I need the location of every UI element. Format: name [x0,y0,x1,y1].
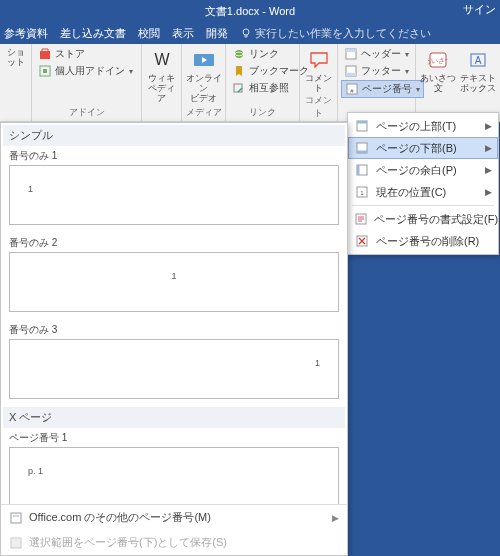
page-bottom-icon [354,140,370,156]
footer-button[interactable]: フッター▾ [341,63,424,79]
tab-view[interactable]: 表示 [172,26,194,41]
svg-rect-32 [11,538,21,548]
gallery-item-label: 番号のみ 3 [3,320,345,339]
office-icon [9,511,23,525]
submenu-arrow-icon: ▶ [485,165,492,175]
page-number-submenu: ページの上部(T) ▶ ページの下部(B) ▶ ページの余白(P) ▶ 1 現在… [347,112,499,255]
wikipedia-icon: W [150,48,174,72]
menu-separator [352,205,494,206]
page-number-gallery: シンプル 番号のみ 1 1 番号のみ 2 1 番号のみ 3 1 X ページ ペー… [0,122,348,556]
svg-rect-1 [40,51,50,59]
page-margin-icon [354,162,370,178]
comment-button[interactable]: コメント [303,46,334,94]
bookmark-icon [232,64,246,78]
more-from-office[interactable]: Office.com のその他のページ番号(M) ▶ [1,505,347,530]
tab-review[interactable]: 校閲 [138,26,160,41]
tab-mailings[interactable]: 差し込み文書 [60,26,126,41]
page-top-icon [354,118,370,134]
gallery-thumb-only1[interactable]: 1 [9,165,339,225]
menu-remove-pagenum[interactable]: ページ番号の削除(R) [348,230,498,252]
remove-icon [354,233,370,249]
svg-rect-11 [346,49,356,52]
svg-rect-23 [357,151,367,154]
screenshot-button[interactable]: ショット [3,46,28,68]
svg-text:W: W [154,51,170,68]
submenu-arrow-icon: ▶ [485,121,492,131]
title-text: 文書1.docx - Word [205,4,295,19]
dropdown-caret-icon: ▾ [129,67,133,76]
gallery-scroll[interactable]: シンプル 番号のみ 1 1 番号のみ 2 1 番号のみ 3 1 X ページ ペー… [1,123,347,504]
store-icon [38,47,52,61]
save-icon [9,536,23,550]
page-number-icon: # [345,82,359,96]
svg-text:A: A [475,55,482,66]
store-button[interactable]: ストア [35,46,136,62]
svg-rect-3 [43,69,47,73]
ribbon-tabs: 参考資料 差し込み文書 校閲 表示 開発 実行したい作業を入力してください [0,22,500,44]
gallery-item-label: 番号のみ 1 [3,146,345,165]
textbox-icon: A [466,48,490,72]
svg-point-7 [235,50,243,58]
greeting-button[interactable]: あいさつ あいさつ 文 [419,46,457,94]
video-icon [192,48,216,72]
tab-developer[interactable]: 開発 [206,26,228,41]
wikipedia-button[interactable]: W ウィキ ペディア [145,46,178,104]
format-icon [354,211,368,227]
gallery-item-label: 番号のみ 2 [3,233,345,252]
page-number-button[interactable]: # ページ番号▾ [341,80,424,98]
gallery-thumb-only2[interactable]: 1 [9,252,339,312]
bulb-icon [240,27,252,39]
current-pos-icon: 1 [354,184,370,200]
menu-page-bottom[interactable]: ページの下部(B) ▶ [348,137,498,159]
gallery-item-label: ページ番号 1 [3,428,345,447]
online-video-button[interactable]: オンライン ビデオ [185,46,222,104]
header-icon [344,47,358,61]
svg-point-0 [243,29,249,35]
submenu-arrow-icon: ▶ [485,143,492,153]
menu-format-pagenum[interactable]: ページ番号の書式設定(F)... [348,208,498,230]
tab-references[interactable]: 参考資料 [4,26,48,41]
comment-icon [307,48,331,72]
menu-page-margin[interactable]: ページの余白(P) ▶ [348,159,498,181]
gallery-thumb-only3[interactable]: 1 [9,339,339,399]
gallery-category-simple: シンプル [3,125,345,146]
svg-rect-13 [346,73,356,76]
svg-rect-25 [357,165,360,175]
sign-in-link[interactable]: サイン [463,2,496,17]
footer-icon [344,64,358,78]
menu-page-top[interactable]: ページの上部(T) ▶ [348,115,498,137]
svg-rect-9 [234,84,242,92]
gallery-footer: Office.com のその他のページ番号(M) ▶ 選択範囲をページ番号(下)… [1,504,347,555]
tell-me-search[interactable]: 実行したい作業を入力してください [240,26,431,41]
svg-rect-31 [13,515,19,517]
my-addins-button[interactable]: 個人用アドイン ▾ [35,63,136,79]
title-bar: 文書1.docx - Word サイン [0,0,500,22]
ribbon: ショット ストア 個人用アドイン ▾ アドイン W ウィキ ペディア [0,44,500,122]
header-button[interactable]: ヘッダー▾ [341,46,424,62]
gallery-category-xpage: X ページ [3,407,345,428]
gallery-thumb-pagenum1[interactable]: p. 1 [9,447,339,504]
textbox-button[interactable]: A テキスト ボックス [459,46,497,94]
submenu-arrow-icon: ▶ [485,187,492,197]
addin-icon [38,64,52,78]
menu-current-position[interactable]: 1 現在の位置(C) ▶ [348,181,498,203]
crossref-icon [232,81,246,95]
submenu-arrow-icon: ▶ [332,513,339,523]
svg-text:あいさつ: あいさつ [428,57,448,65]
svg-rect-30 [11,513,21,523]
svg-rect-21 [357,121,367,124]
greeting-icon: あいさつ [426,48,450,72]
link-icon [232,47,246,61]
save-selection: 選択範囲をページ番号(下)として保存(S) [1,530,347,555]
